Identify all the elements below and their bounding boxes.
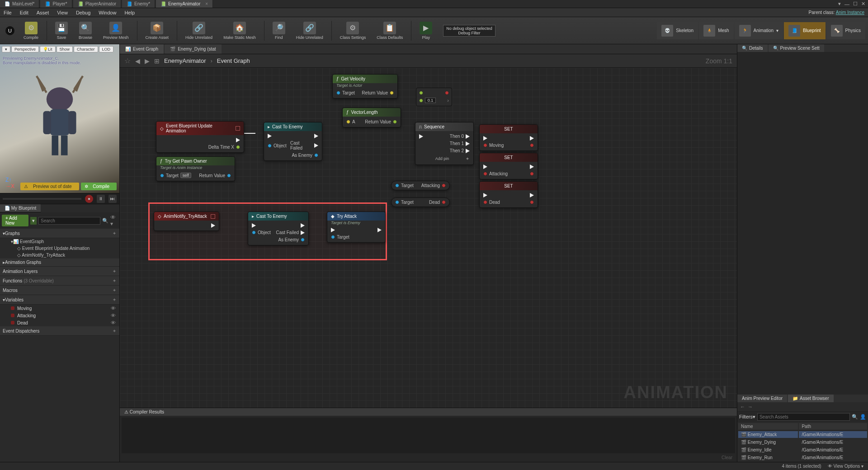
tab-event-graph[interactable]: 📊 Event Graph bbox=[120, 44, 164, 54]
close-tab-icon[interactable]: × bbox=[205, 1, 208, 6]
var-dead[interactable]: Dead👁 bbox=[0, 319, 119, 326]
view-options-icon[interactable]: 👁▾ bbox=[110, 214, 118, 227]
vp-show[interactable]: Show bbox=[57, 46, 73, 52]
node-vector-length[interactable]: ƒ VectorLength AReturn Value bbox=[342, 108, 401, 127]
crumb-eventgraph[interactable]: Event Graph bbox=[217, 57, 250, 64]
vp-character[interactable]: Character bbox=[74, 46, 98, 52]
tab-asset-browser[interactable]: 📁 Asset Browser bbox=[788, 395, 833, 402]
favorite-icon[interactable]: ☆ bbox=[124, 56, 131, 65]
menu-asset[interactable]: Asset bbox=[37, 10, 49, 15]
item-event-update[interactable]: ◇ Event Blueprint Update Animation bbox=[0, 245, 119, 252]
asset-user-icon[interactable]: 👤 bbox=[860, 414, 866, 420]
mode-blueprint[interactable]: 📘Blueprint bbox=[784, 22, 825, 39]
section-graphs[interactable]: ▾Graphs＋ bbox=[0, 229, 119, 238]
node-graph-canvas[interactable]: ◇ Event Blueprint Update Animation Delta… bbox=[120, 68, 737, 408]
section-macros[interactable]: Macros＋ bbox=[0, 286, 119, 295]
node-set-moving[interactable]: SET Moving bbox=[479, 124, 538, 151]
menu-view[interactable]: View bbox=[57, 10, 68, 15]
node-animnotify[interactable]: ◇ AnimNotify_TryAttack bbox=[154, 212, 219, 231]
tab-enemy-dying[interactable]: 🎬 Enemy_Dying (stat bbox=[165, 44, 221, 54]
menu-debug[interactable]: Debug bbox=[76, 10, 90, 15]
node-get-velocity[interactable]: ƒ Get Velocity Target is Actor TargetRet… bbox=[332, 74, 398, 99]
asset-search-input[interactable] bbox=[757, 413, 850, 421]
menu-help[interactable]: Help bbox=[124, 10, 135, 15]
pause-button[interactable]: ⏸ bbox=[97, 195, 105, 203]
section-functions[interactable]: Functions (3 Overridable)＋ bbox=[0, 276, 119, 286]
viewport-compile-button[interactable]: ✲ Compile bbox=[81, 183, 117, 190]
compiler-clear[interactable]: Clear bbox=[120, 455, 737, 462]
graph-icon[interactable]: ⊞ bbox=[154, 57, 160, 65]
tab-playeranimator[interactable]: 📗PlayerAnimator bbox=[73, 0, 121, 8]
asset-fwd-icon[interactable]: → bbox=[748, 404, 753, 409]
item-animnotify[interactable]: ◇ AnimNotify_TryAttack bbox=[0, 252, 119, 258]
mode-mesh[interactable]: 🧍Mesh bbox=[699, 22, 733, 39]
section-anim-layers[interactable]: Animation Layers＋ bbox=[0, 267, 119, 276]
nav-back-icon[interactable]: ◀ bbox=[135, 57, 140, 65]
asset-row-dying[interactable]: 🎬 Enemy_Dying/Game/Animations/E bbox=[738, 439, 867, 446]
menu-file[interactable]: File bbox=[4, 10, 12, 15]
class-settings-button[interactable]: ⚙Class Settings bbox=[335, 20, 371, 42]
view-options-button[interactable]: 👁 View Options ▾ bbox=[828, 464, 863, 469]
preview-viewport[interactable]: ▾ Perspective 💡Lit Show Character LOD Pr… bbox=[0, 44, 119, 193]
node-event-update[interactable]: ◇ Event Blueprint Update Animation Delta… bbox=[156, 121, 244, 153]
filters-dropdown[interactable]: Filters▾ bbox=[739, 414, 755, 420]
node-get-dead[interactable]: TargetDead bbox=[391, 197, 450, 207]
compile-button[interactable]: ⚙Compile bbox=[19, 20, 43, 42]
section-dispatchers[interactable]: Event Dispatchers＋ bbox=[0, 326, 119, 336]
make-static-mesh-button[interactable]: 🏠Make Static Mesh bbox=[219, 20, 260, 42]
vp-lod[interactable]: LOD bbox=[99, 46, 114, 52]
asset-search-icon[interactable]: 🔍 bbox=[852, 414, 858, 420]
tab-enemyanimator[interactable]: 📗EnemyAnimator× bbox=[156, 0, 213, 8]
col-path[interactable]: Path bbox=[799, 423, 867, 430]
tab-player[interactable]: 📘Player* bbox=[40, 0, 72, 8]
play-button[interactable]: ▶Play bbox=[415, 20, 437, 42]
hide-unrelated2-button[interactable]: 🔗Hide Unrelated bbox=[292, 20, 328, 42]
add-new-dropdown-icon[interactable]: ▾ bbox=[30, 217, 37, 225]
maximize-icon[interactable]: ☐ bbox=[853, 1, 858, 7]
vp-perspective[interactable]: Perspective bbox=[11, 46, 39, 52]
vp-menu-icon[interactable]: ▾ bbox=[2, 46, 10, 52]
debug-filter-select[interactable]: No debug object selected Debug Filter bbox=[443, 25, 495, 37]
mode-physics[interactable]: 🦴Physics bbox=[826, 22, 865, 39]
node-try-attack[interactable]: ◆ Try Attack Target is Enemy Target bbox=[327, 212, 386, 243]
node-set-attacking[interactable]: SET Attacking bbox=[479, 153, 538, 179]
hide-unrelated-button[interactable]: 🔗Hide Unrelated bbox=[181, 20, 217, 42]
node-set-dead[interactable]: SET Dead bbox=[479, 181, 538, 208]
vp-lit[interactable]: 💡Lit bbox=[40, 46, 56, 52]
tab-mainlevel[interactable]: 📄MainLevel* bbox=[0, 0, 39, 8]
tab-details[interactable]: 🔍 Details bbox=[737, 44, 768, 52]
step-button[interactable]: ⏭ bbox=[108, 195, 117, 203]
compiler-output[interactable] bbox=[122, 418, 735, 453]
asset-row-attack[interactable]: 🎬 Enemy_Attack/Game/Animations/E bbox=[738, 431, 867, 438]
compiler-results-tab[interactable]: ⚠ Compiler Results bbox=[124, 409, 164, 414]
tab-preview-scene[interactable]: 🔍 Preview Scene Sett bbox=[769, 44, 824, 52]
class-defaults-button[interactable]: 📋Class Defaults bbox=[372, 20, 407, 42]
preview-mesh-button[interactable]: 👤Preview Mesh bbox=[99, 20, 133, 42]
node-get-attacking[interactable]: TargetAttacking bbox=[391, 181, 450, 190]
my-blueprint-tab[interactable]: 📄 My Blueprint bbox=[0, 204, 41, 212]
blueprint-search-input[interactable] bbox=[38, 217, 100, 225]
create-asset-button[interactable]: 📦Create Asset bbox=[141, 20, 174, 42]
search-icon[interactable]: 🔍 bbox=[102, 218, 108, 224]
item-eventgraph[interactable]: ▾📊 EventGraph bbox=[0, 238, 119, 245]
menu-window[interactable]: Window bbox=[99, 10, 116, 15]
preview-out-of-date[interactable]: ⚠ Preview out of date bbox=[20, 183, 79, 190]
animation-timeline[interactable]: ● ⏸ ⏭ bbox=[0, 193, 119, 204]
record-button[interactable]: ● bbox=[85, 195, 93, 203]
section-anim-graphs[interactable]: ▸Animation Graphs bbox=[0, 258, 119, 267]
save-button[interactable]: 💾Save bbox=[51, 20, 72, 42]
node-cast-enemy-2[interactable]: ▸ Cast To Enemy ObjectCast Failed As Ene… bbox=[248, 212, 309, 245]
mode-animation[interactable]: 🏃Animation▾ bbox=[735, 22, 783, 39]
node-compare[interactable]: 0.1› bbox=[416, 88, 452, 106]
section-variables[interactable]: ▾Variables＋ bbox=[0, 295, 119, 305]
asset-row-run[interactable]: 🎬 Enemy_Run/Game/Animations/E bbox=[738, 454, 867, 461]
tab-anim-preview[interactable]: Anim Preview Editor bbox=[737, 395, 787, 402]
node-try-get-pawn[interactable]: ƒ Try Get Pawn Owner Target is Anim Inst… bbox=[156, 156, 235, 181]
minimize-icon[interactable]: — bbox=[844, 1, 849, 7]
parent-class-link[interactable]: Anim Instance bbox=[836, 10, 864, 15]
add-graph-icon[interactable]: ＋ bbox=[112, 230, 117, 236]
add-variable-icon[interactable]: ＋ bbox=[112, 296, 117, 303]
tab-enemy[interactable]: 📘Enemy* bbox=[122, 0, 155, 8]
node-sequence[interactable]: ⎍ Sequence Then 0 Then 1 Then 2 Add pin … bbox=[415, 122, 474, 165]
nav-fwd-icon[interactable]: ▶ bbox=[145, 57, 150, 65]
